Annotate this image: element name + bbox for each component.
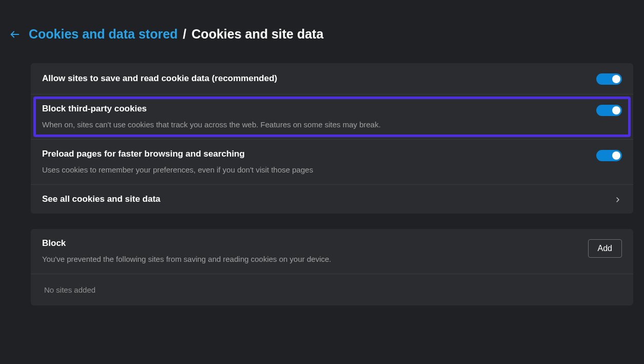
cookie-settings-card: Allow sites to save and read cookie data… — [31, 63, 633, 214]
toggle-allow-save[interactable] — [596, 73, 622, 85]
setting-title: Allow sites to save and read cookie data… — [42, 73, 586, 84]
toggle-knob — [612, 75, 620, 83]
chevron-right-icon — [614, 196, 622, 204]
setting-title: Block third-party cookies — [42, 104, 586, 114]
back-arrow-icon[interactable] — [9, 29, 21, 40]
block-subtitle: You've prevented the following sites fro… — [42, 254, 578, 264]
toggle-knob — [612, 106, 620, 114]
breadcrumb-current: Cookies and site data — [191, 27, 323, 42]
block-empty-message: No sites added — [31, 274, 633, 305]
setting-row-see-all[interactable]: See all cookies and site data — [31, 185, 633, 214]
setting-subtitle: When on, sites can't use cookies that tr… — [42, 119, 586, 130]
toggle-block-third-party[interactable] — [596, 105, 622, 116]
add-button[interactable]: Add — [588, 239, 622, 258]
breadcrumb-parent-link[interactable]: Cookies and data stored — [29, 27, 178, 42]
breadcrumb: Cookies and data stored / Cookies and si… — [29, 27, 323, 42]
toggle-knob — [612, 151, 620, 160]
setting-row-preload: Preload pages for faster browsing and se… — [31, 140, 633, 185]
block-list-card: Block You've prevented the following sit… — [31, 229, 633, 305]
block-title: Block — [42, 238, 578, 248]
setting-row-allow-save: Allow sites to save and read cookie data… — [31, 63, 633, 94]
toggle-preload[interactable] — [596, 150, 622, 161]
block-section-header: Block You've prevented the following sit… — [31, 229, 633, 274]
setting-subtitle: Uses cookies to remember your preference… — [42, 164, 586, 175]
setting-title: Preload pages for faster browsing and se… — [42, 149, 586, 159]
breadcrumb-separator: / — [183, 27, 186, 42]
setting-title: See all cookies and site data — [42, 194, 603, 204]
setting-row-block-third-party: Block third-party cookies When on, sites… — [31, 94, 633, 140]
